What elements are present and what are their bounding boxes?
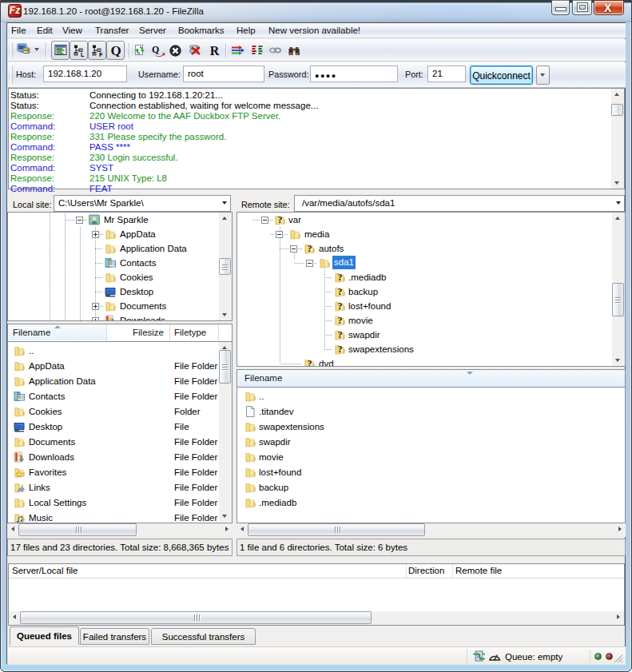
svg-text:L: L [81,51,85,58]
svg-text:?: ? [338,272,343,282]
svg-text:R: R [210,44,220,57]
svg-text:F: F [99,51,103,58]
svg-text:?: ? [308,244,312,253]
svg-text:?: ? [338,330,343,340]
svg-text:?: ? [278,215,283,225]
svg-text:?: ? [338,316,343,325]
svg-text:?: ? [338,301,343,311]
svg-text:Q: Q [152,44,159,55]
svg-text:Q: Q [110,44,121,57]
svg-text:?: ? [338,287,343,296]
svg-text:?: ? [308,359,312,367]
svg-text:?: ? [338,344,343,354]
